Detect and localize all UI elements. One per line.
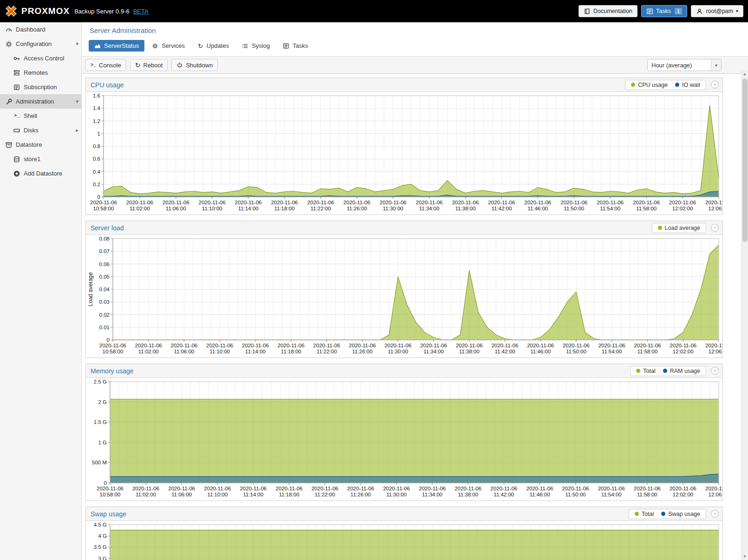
- svg-text:12:02:00: 12:02:00: [673, 349, 694, 354]
- svg-text:11:06:00: 11:06:00: [174, 349, 195, 354]
- tasks-list-icon: [283, 43, 289, 49]
- beta-link[interactable]: BETA: [133, 8, 149, 15]
- panel-title: Swap usage: [91, 510, 629, 518]
- svg-text:0.07: 0.07: [99, 248, 110, 254]
- svg-text:11:10:00: 11:10:00: [207, 492, 228, 497]
- server-icon: [12, 69, 21, 77]
- svg-text:11:46:00: 11:46:00: [530, 349, 551, 354]
- svg-text:Load average: Load average: [87, 272, 94, 306]
- collapse-button[interactable]: −: [711, 510, 719, 518]
- sidebar-item-store1[interactable]: store1: [0, 152, 81, 166]
- svg-text:4.5 G: 4.5 G: [94, 522, 107, 527]
- svg-text:2020-11-06: 2020-11-06: [416, 200, 442, 205]
- svg-text:0.01: 0.01: [99, 325, 110, 330]
- svg-text:500 M: 500 M: [92, 460, 107, 465]
- terminal-icon: >_: [12, 113, 21, 118]
- legend-label: CPU usage: [638, 82, 668, 88]
- svg-text:3.5 G: 3.5 G: [94, 544, 107, 550]
- svg-text:2020-11-06: 2020-11-06: [420, 343, 447, 348]
- collapse-button[interactable]: −: [711, 367, 719, 375]
- chart-legend: Total Swap usage: [629, 509, 706, 519]
- svg-text:11:42:00: 11:42:00: [491, 206, 512, 211]
- legend-item-cpu-usage: CPU usage: [631, 82, 668, 88]
- tasks-button[interactable]: Tasks 1: [641, 5, 687, 17]
- svg-text:11:30:00: 11:30:00: [388, 349, 408, 354]
- panel-body: 0500 M1 G1.5 G2 G2.5 G3 G3.5 G4 G4.5 G20…: [86, 521, 722, 560]
- svg-text:11:02:00: 11:02:00: [138, 349, 159, 354]
- user-label: root@pam: [706, 8, 733, 14]
- wrench-icon: [4, 98, 13, 105]
- sidebar: Dashboard Configuration ▾ Access Contro: [0, 22, 82, 560]
- tab-updates[interactable]: ↻ Updates: [192, 40, 234, 52]
- svg-text:11:06:00: 11:06:00: [166, 206, 186, 211]
- scroll-down-button[interactable]: ▼: [741, 553, 748, 560]
- svg-text:2020-11-06: 2020-11-06: [380, 200, 407, 205]
- documentation-button[interactable]: Documentation: [579, 5, 637, 17]
- timeframe-select[interactable]: Hour (average) ▾: [647, 59, 722, 71]
- key-icon: [12, 55, 21, 62]
- svg-text:2020-11-06: 2020-11-06: [669, 200, 696, 205]
- svg-text:2020-11-06: 2020-11-06: [419, 486, 446, 491]
- svg-text:2020-11-06: 2020-11-06: [598, 486, 625, 491]
- legend-label: Swap usage: [668, 511, 700, 517]
- tab-serverstatus[interactable]: ServerStatus: [89, 40, 144, 52]
- svg-text:10:58:00: 10:58:00: [103, 349, 124, 354]
- svg-text:11:42:00: 11:42:00: [494, 492, 514, 497]
- svg-text:11:50:00: 11:50:00: [566, 349, 586, 354]
- collapse-button[interactable]: −: [711, 224, 719, 232]
- caret-right-icon: ▸: [76, 127, 78, 133]
- user-menu-button[interactable]: root@pam ▾: [691, 5, 743, 17]
- sidebar-item-remotes[interactable]: Remotes: [0, 65, 81, 80]
- panel-body: 0500 M1 G1.5 G2 G2.5 G2020-11-0610:58:00…: [86, 378, 722, 501]
- book-icon: [584, 8, 591, 15]
- svg-text:2020-11-06: 2020-11-06: [344, 200, 371, 205]
- panel-memory-usage: Memory usage Total RAM usage − 0500 M1 G…: [85, 364, 723, 501]
- sidebar-item-add-datastore[interactable]: Add Datastore: [0, 166, 81, 181]
- legend-dot: [636, 369, 640, 373]
- svg-text:11:02:00: 11:02:00: [136, 492, 156, 497]
- reboot-button[interactable]: ↻ Reboot: [130, 59, 168, 71]
- scrollbar-thumb[interactable]: [742, 78, 748, 242]
- svg-text:12:06:00: 12:06:00: [709, 349, 722, 354]
- legend-label: Load average: [665, 225, 700, 231]
- logo: PROXMOX: [5, 5, 70, 18]
- svg-text:2020-11-06: 2020-11-06: [634, 486, 661, 491]
- main-content: Server Administration ServerStatus Servi…: [82, 22, 748, 560]
- sidebar-item-disks[interactable]: Disks ▸: [0, 123, 81, 137]
- legend-label: Total: [643, 368, 655, 374]
- sidebar-item-access-control[interactable]: Access Control: [0, 51, 81, 65]
- tab-tasks[interactable]: Tasks: [277, 40, 313, 52]
- reboot-icon: ↻: [135, 62, 141, 68]
- svg-text:11:18:00: 11:18:00: [274, 206, 295, 211]
- panel-header: Server load Load average −: [86, 221, 722, 235]
- sidebar-item-administration[interactable]: Administration ▾: [0, 94, 81, 109]
- svg-text:2020-11-06: 2020-11-06: [90, 200, 117, 205]
- svg-text:2020-11-06: 2020-11-06: [271, 200, 298, 205]
- svg-text:2 G: 2 G: [98, 399, 107, 405]
- tab-services[interactable]: Services: [146, 40, 190, 52]
- plus-circle-icon: [12, 170, 21, 177]
- svg-text:2020-11-06: 2020-11-06: [163, 200, 189, 205]
- tab-syslog[interactable]: Syslog: [236, 40, 275, 52]
- swap-usage-chart: 0500 M1 G1.5 G2 G2.5 G3 G3.5 G4 G4.5 G20…: [86, 521, 722, 560]
- scroll-up-button[interactable]: ▲: [741, 71, 748, 78]
- console-button[interactable]: >_ Console: [85, 59, 126, 71]
- svg-text:0.03: 0.03: [99, 299, 110, 305]
- svg-text:1.5 G: 1.5 G: [94, 419, 107, 425]
- shutdown-button[interactable]: Shutdown: [171, 59, 218, 71]
- collapse-button[interactable]: −: [711, 81, 719, 89]
- sidebar-item-dashboard[interactable]: Dashboard: [0, 22, 81, 37]
- panel-title: Memory usage: [91, 367, 630, 375]
- sidebar-item-datastore[interactable]: Datastore: [0, 137, 81, 152]
- svg-text:2020-11-06: 2020-11-06: [97, 486, 124, 491]
- chart-legend: Total RAM usage: [630, 366, 706, 376]
- scrollbar[interactable]: ▲ ▼: [741, 71, 748, 560]
- svg-text:0.06: 0.06: [99, 261, 110, 267]
- sidebar-item-subscription[interactable]: Subscription: [0, 80, 81, 94]
- user-icon: [696, 8, 703, 15]
- header-actions: Documentation Tasks 1 root@pam ▾: [579, 5, 743, 17]
- svg-text:2020-11-06: 2020-11-06: [384, 343, 411, 348]
- svg-text:11:10:00: 11:10:00: [202, 206, 222, 211]
- sidebar-item-shell[interactable]: >_ Shell: [0, 109, 81, 123]
- sidebar-item-configuration[interactable]: Configuration ▾: [0, 37, 81, 51]
